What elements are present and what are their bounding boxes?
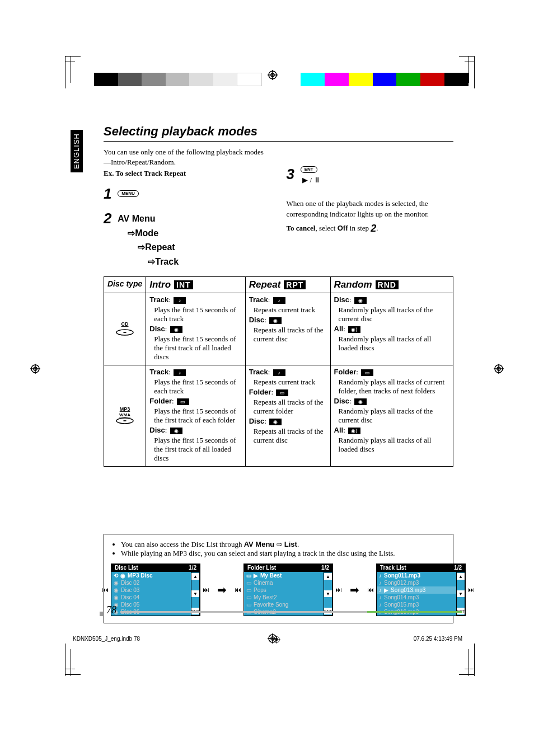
lists-note-box: You can also access the Disc List throug… bbox=[104, 534, 453, 623]
all-icon: ◉⟩ bbox=[348, 428, 360, 434]
list-item[interactable]: Cinema bbox=[254, 580, 273, 586]
note-icon: ♪ bbox=[379, 572, 382, 579]
footer-left: KDNXD505_J_eng.indb 78 bbox=[73, 636, 140, 644]
mp3-random-disc-key: Disc bbox=[334, 397, 349, 405]
list-item[interactable]: My Best2 bbox=[254, 594, 277, 600]
note-avmenu: AV Menu bbox=[244, 540, 275, 548]
col-repeat: RepeatRPT bbox=[245, 277, 330, 293]
col-random: RandomRND bbox=[330, 277, 453, 293]
list-item[interactable]: Disc 03 bbox=[121, 587, 139, 593]
folder-icon: ▭ bbox=[246, 587, 251, 593]
menu-button[interactable]: MENU bbox=[118, 190, 139, 197]
list-item[interactable]: Song011.mp3 bbox=[384, 572, 420, 579]
note-arrow: ⇨ bbox=[274, 540, 284, 548]
folder-icon: ▭ bbox=[246, 580, 251, 586]
menu-path-repeat: Repeat bbox=[145, 242, 175, 252]
repeat-icon: ⟲ bbox=[114, 572, 118, 579]
list-item[interactable]: My Best bbox=[260, 572, 282, 579]
next-icon[interactable]: ⏭ bbox=[468, 586, 475, 594]
cancel-off: Off bbox=[338, 223, 348, 232]
svg-text:CD: CD bbox=[121, 321, 129, 327]
scroll-up-icon[interactable]: ▲ bbox=[324, 573, 332, 580]
disc-icon: ◉ bbox=[269, 419, 282, 425]
list-item[interactable]: Disc 02 bbox=[121, 580, 139, 586]
cd-disc-icon: CD bbox=[107, 320, 142, 338]
mp3-repeat-disc-desc: Repeats all tracks of the current disc bbox=[249, 427, 327, 445]
cd-random-disc-key: Disc bbox=[334, 295, 349, 304]
scroll-column[interactable]: ▲ ▼ ENT bbox=[324, 572, 332, 616]
list-item[interactable]: Song015.mp3 bbox=[384, 602, 419, 608]
color-bar-left bbox=[94, 73, 262, 86]
cancel-text-1: , select bbox=[315, 223, 337, 232]
disc-list-title: Disc List bbox=[115, 565, 138, 571]
mode-selected-note: When one of the playback modes is select… bbox=[287, 199, 454, 219]
note-list: List bbox=[284, 540, 297, 548]
cd-repeat-disc-key: Disc bbox=[249, 316, 264, 324]
mp3-disc-icon: MP3 WMA bbox=[107, 405, 142, 426]
prev-icon[interactable]: ⏮ bbox=[102, 586, 109, 594]
list-item[interactable]: Pops bbox=[254, 587, 266, 593]
folder-list-title: Folder List bbox=[247, 565, 276, 571]
scroll-column[interactable]: ▲ ▼ ENT bbox=[191, 572, 200, 616]
color-bar-right bbox=[301, 73, 469, 86]
svg-point-17 bbox=[123, 332, 127, 333]
disc-icon: ◉ bbox=[354, 297, 367, 304]
next-icon[interactable]: ⏭ bbox=[335, 586, 342, 594]
modes-table: Disc type IntroINT RepeatRPT RandomRND C… bbox=[104, 276, 453, 467]
svg-text:MP3: MP3 bbox=[120, 406, 130, 412]
arrow-icon: ⇨ bbox=[148, 257, 155, 266]
folder-icon: ▭ bbox=[246, 602, 251, 608]
arrow-icon: ⇨ bbox=[138, 242, 145, 252]
menu-path-avmenu: AV Menu bbox=[118, 214, 155, 223]
cd-repeat-track-key: Track bbox=[249, 295, 268, 304]
folder-list-panel[interactable]: ⏮ ⏭ Folder List1/2 ▭▶My Best ▭Cinema ▭Po… bbox=[243, 564, 333, 616]
scroll-up-icon[interactable]: ▲ bbox=[191, 573, 199, 580]
scroll-up-icon[interactable]: ▲ bbox=[457, 573, 465, 580]
list-item[interactable]: Favorite Song bbox=[254, 602, 288, 608]
list-item[interactable]: Song014.mp3 bbox=[384, 594, 419, 600]
list-item[interactable]: Disc 04 bbox=[121, 594, 139, 600]
page-number-bar bbox=[120, 611, 462, 613]
menu-path-track: Track bbox=[155, 257, 179, 266]
scroll-down-icon[interactable]: ▼ bbox=[324, 590, 332, 597]
repeat-indicator-icon: RPT bbox=[284, 280, 306, 289]
scroll-down-icon[interactable]: ▼ bbox=[191, 590, 199, 597]
note-icon: ♪ bbox=[379, 594, 382, 600]
list-item[interactable]: Song013.mp3 bbox=[391, 587, 425, 593]
track-list-panel[interactable]: ⏮ ⏭ Track List1/2 ♪Song011.mp3 ♪Song012.… bbox=[376, 564, 466, 616]
cd-intro-track-desc: Plays the first 15 seconds of each track bbox=[149, 306, 241, 323]
ent-button[interactable]: ENT bbox=[301, 166, 317, 173]
disc-icon: ◉ bbox=[120, 572, 125, 579]
list-item[interactable]: Song012.mp3 bbox=[384, 580, 419, 586]
list-item[interactable]: Disc 05 bbox=[121, 602, 139, 608]
mp3-intro-folder-desc: Plays the first 15 seconds of the first … bbox=[149, 407, 241, 425]
track-icon: ♪ bbox=[174, 369, 186, 376]
mp3-intro-track-desc: Plays the first 15 seconds of each track bbox=[149, 378, 241, 396]
svg-text:WMA: WMA bbox=[119, 412, 130, 417]
scroll-down-icon[interactable]: ▼ bbox=[457, 590, 465, 597]
prev-icon[interactable]: ⏮ bbox=[235, 586, 241, 594]
cancel-text-2: in step bbox=[348, 223, 371, 232]
folder-icon: ▭ bbox=[177, 398, 189, 405]
cd-random-all-key: All bbox=[334, 325, 344, 333]
disc-icon: ◉ bbox=[269, 317, 282, 324]
next-icon[interactable]: ⏭ bbox=[203, 586, 209, 594]
col-disctype: Disc type bbox=[104, 277, 146, 293]
mp3-repeat-folder-key: Folder bbox=[249, 388, 271, 396]
cd-intro-disc-desc: Plays the first 15 seconds of the first … bbox=[149, 335, 241, 361]
scroll-column[interactable]: ▲ ▼ ENT bbox=[456, 572, 465, 616]
track-icon: ♪ bbox=[273, 369, 285, 376]
mp3-random-folder-key: Folder bbox=[334, 368, 357, 376]
list-item[interactable]: MP3 Disc bbox=[128, 572, 152, 579]
note-line-2: While playing an MP3 disc, you can selec… bbox=[121, 549, 446, 558]
step-3-number: 3 bbox=[287, 164, 299, 184]
disc-icon: ◉ bbox=[114, 594, 119, 600]
disc-list-panel[interactable]: ⏮ ⏭ Disc List1/2 ⟲◉MP3 Disc ◉Disc 02 ◉Di… bbox=[111, 564, 200, 616]
prev-icon[interactable]: ⏮ bbox=[367, 586, 374, 594]
mp3-intro-track-key: Track bbox=[149, 368, 168, 376]
step-2-number: 2 bbox=[104, 208, 116, 228]
mp3-random-all-key: All bbox=[334, 426, 344, 434]
disc-icon: ◉ bbox=[170, 428, 182, 434]
cd-random-all-desc: Randomly plays all tracks of all loaded … bbox=[334, 335, 449, 353]
col-intro: IntroINT bbox=[146, 277, 245, 293]
